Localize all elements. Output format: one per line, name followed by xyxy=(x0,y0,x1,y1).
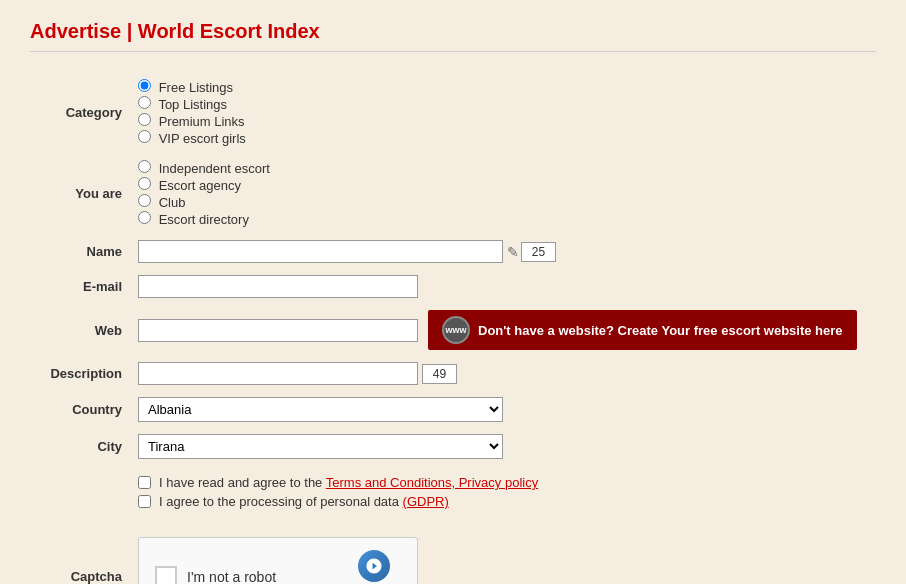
you-are-club-radio[interactable] xyxy=(138,194,151,207)
terms-link[interactable]: Terms and Conditions, Privacy policy xyxy=(326,475,538,490)
terms-empty xyxy=(30,465,130,519)
terms-row: I have read and agree to the Terms and C… xyxy=(30,465,876,519)
description-label: Description xyxy=(30,356,130,391)
city-select[interactable]: Tirana Durres Vlore Shkoder Elbasan xyxy=(138,434,503,459)
name-label: Name xyxy=(30,234,130,269)
category-radio-group: Free Listings Top Listings Premium Links… xyxy=(138,79,868,146)
category-premium-radio[interactable] xyxy=(138,113,151,126)
name-row: Name ✎ 25 xyxy=(30,234,876,269)
name-cell: ✎ 25 xyxy=(130,234,876,269)
captcha-text: I'm not a robot xyxy=(187,569,276,584)
terms-checkbox-row: I have read and agree to the Terms and C… xyxy=(138,475,868,490)
terms-cell: I have read and agree to the Terms and C… xyxy=(130,465,876,519)
web-row: Web www Don't have a website? Create You… xyxy=(30,304,876,356)
gdpr-text[interactable]: I agree to the processing of personal da… xyxy=(159,494,449,509)
category-label: Category xyxy=(30,72,130,153)
description-cell: 49 xyxy=(130,356,876,391)
captcha-checkbox[interactable] xyxy=(155,566,177,584)
category-vip-label[interactable]: VIP escort girls xyxy=(138,130,868,146)
country-cell: Albania Austria Belgium Bulgaria Croatia… xyxy=(130,391,876,428)
captcha-logo: reCAPTCHA Privacy - Terms xyxy=(346,550,401,584)
gdpr-checkbox[interactable] xyxy=(138,495,151,508)
you-are-club-label[interactable]: Club xyxy=(138,194,868,210)
email-input[interactable] xyxy=(138,275,418,298)
you-are-directory-radio[interactable] xyxy=(138,211,151,224)
www-icon: www xyxy=(442,316,470,344)
web-cell: www Don't have a website? Create Your fr… xyxy=(130,304,876,356)
you-are-agency-radio[interactable] xyxy=(138,177,151,190)
captcha-row: Captcha I'm not a robot reCAPTCHA Privac… xyxy=(30,531,876,584)
terms-text[interactable]: I have read and agree to the Terms and C… xyxy=(159,475,538,490)
category-vip-radio[interactable] xyxy=(138,130,151,143)
city-row: City Tirana Durres Vlore Shkoder Elbasan xyxy=(30,428,876,465)
you-are-independent-label[interactable]: Independent escort xyxy=(138,160,868,176)
you-are-independent-radio[interactable] xyxy=(138,160,151,173)
you-are-options: Independent escort Escort agency Club Es… xyxy=(130,153,876,234)
description-counter: 49 xyxy=(422,364,457,384)
captcha-cell: I'm not a robot reCAPTCHA Privacy - Term… xyxy=(130,531,876,584)
web-label: Web xyxy=(30,304,130,356)
country-select[interactable]: Albania Austria Belgium Bulgaria Croatia… xyxy=(138,397,503,422)
city-label: City xyxy=(30,428,130,465)
description-input[interactable] xyxy=(138,362,418,385)
city-cell: Tirana Durres Vlore Shkoder Elbasan xyxy=(130,428,876,465)
category-top-radio[interactable] xyxy=(138,96,151,109)
category-options: Free Listings Top Listings Premium Links… xyxy=(130,72,876,153)
you-are-radio-group: Independent escort Escort agency Club Es… xyxy=(138,160,868,227)
name-input[interactable] xyxy=(138,240,503,263)
you-are-directory-label[interactable]: Escort directory xyxy=(138,211,868,227)
you-are-row: You are Independent escort Escort agency… xyxy=(30,153,876,234)
page-title: Advertise | World Escort Index xyxy=(30,20,876,52)
gdpr-checkbox-row: I agree to the processing of personal da… xyxy=(138,494,868,509)
category-top-label[interactable]: Top Listings xyxy=(138,96,868,112)
country-row: Country Albania Austria Belgium Bulgaria… xyxy=(30,391,876,428)
email-row: E-mail xyxy=(30,269,876,304)
category-row: Category Free Listings Top Listings Prem… xyxy=(30,72,876,153)
description-row: Description 49 xyxy=(30,356,876,391)
web-input[interactable] xyxy=(138,319,418,342)
name-counter: ✎ 25 xyxy=(507,242,556,262)
category-free-radio[interactable] xyxy=(138,79,151,92)
gdpr-link[interactable]: (GDPR) xyxy=(403,494,449,509)
spacer-row xyxy=(30,519,876,531)
captcha-container: I'm not a robot reCAPTCHA Privacy - Term… xyxy=(138,537,418,584)
you-are-label: You are xyxy=(30,153,130,234)
recaptcha-icon xyxy=(358,550,390,582)
email-label: E-mail xyxy=(30,269,130,304)
name-counter-value: 25 xyxy=(521,242,556,262)
email-cell xyxy=(130,269,876,304)
you-are-agency-label[interactable]: Escort agency xyxy=(138,177,868,193)
captcha-label: Captcha xyxy=(30,531,130,584)
category-free-label[interactable]: Free Listings xyxy=(138,79,868,95)
category-premium-label[interactable]: Premium Links xyxy=(138,113,868,129)
advertise-form: Category Free Listings Top Listings Prem… xyxy=(30,72,876,584)
country-label: Country xyxy=(30,391,130,428)
terms-checkbox[interactable] xyxy=(138,476,151,489)
website-banner[interactable]: www Don't have a website? Create Your fr… xyxy=(428,310,857,350)
